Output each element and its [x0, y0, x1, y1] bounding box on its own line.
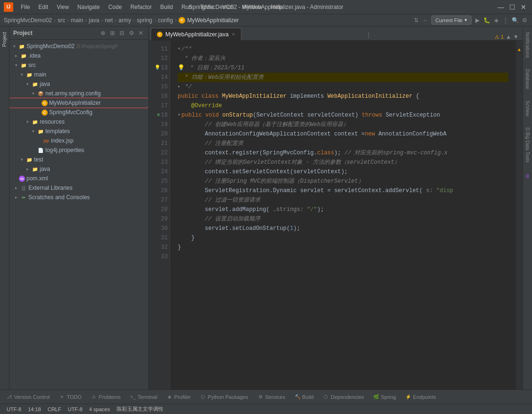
bottom-tab-spring[interactable]: 🌿 Spring	[369, 391, 401, 403]
code-text: }	[178, 243, 181, 252]
run-icon[interactable]: ▶	[473, 17, 481, 24]
breadcrumb-main[interactable]: main	[71, 17, 83, 24]
breadcrumb-current-file[interactable]: C MyWebAppInitializer	[179, 17, 239, 24]
menu-navigate[interactable]: Navigate	[74, 3, 103, 11]
tab-mywebapp[interactable]: C MyWebAppInitializer.java ✕	[151, 28, 241, 40]
close-button[interactable]: ✕	[519, 2, 528, 12]
tree-log4j[interactable]: ▸ 📄 log4j.properties	[9, 145, 148, 155]
bottom-tab-dependencies[interactable]: ⬡ Dependencies	[318, 391, 369, 403]
menu-edit[interactable]: Edit	[34, 3, 52, 11]
breadcrumb-spring[interactable]: spring	[137, 17, 152, 24]
more-run-icon[interactable]: ⋮	[502, 17, 509, 24]
code-editor[interactable]: ▾ /** * 作者：梁辰兴 💡 * 日期：2023/5/11 * 功能：Web…	[170, 41, 516, 389]
tree-ext-libs[interactable]: ▸ ||| External Libraries	[9, 183, 148, 193]
menu-code[interactable]: Code	[104, 3, 126, 11]
fold-11[interactable]: ▾	[178, 44, 180, 54]
vcs-icon[interactable]: ⇅	[412, 17, 420, 24]
bottom-tab-services[interactable]: ⚙ Services	[253, 391, 290, 403]
expand-icon[interactable]: ▼	[513, 34, 519, 40]
collapse-all-icon[interactable]: ⊟	[118, 29, 126, 37]
expand-arrow[interactable]: ▾	[25, 119, 30, 125]
expand-arrow[interactable]: ▾	[19, 72, 25, 77]
tab-close-button[interactable]: ✕	[232, 32, 235, 37]
breadcrumb-src[interactable]: src	[58, 17, 65, 24]
expand-arrow[interactable]: ▾	[19, 157, 25, 162]
coverage-icon[interactable]: ◈	[492, 17, 500, 24]
code-text: );	[334, 148, 344, 158]
project-tab-label[interactable]: Project	[1, 28, 8, 51]
bottom-tab-todo[interactable]: ≡ TODO	[54, 391, 86, 403]
debug-icon[interactable]: 🐛	[483, 17, 490, 24]
panel-close-icon[interactable]: ✕	[137, 29, 145, 37]
tree-test-java[interactable]: ▸ 📁 java	[9, 164, 148, 174]
code-line-15: ▸ */	[178, 82, 508, 92]
minimize-button[interactable]: —	[496, 2, 506, 12]
bottom-tab-vcs[interactable]: ⎇ Version Control	[2, 391, 54, 403]
status-spaces[interactable]: 4 spaces	[86, 404, 113, 414]
status-line-ending[interactable]: CRLF	[45, 404, 64, 414]
expand-arrow[interactable]: ▸	[13, 53, 19, 59]
tree-java[interactable]: ▾ 📁 java	[9, 79, 148, 89]
panel-settings-icon[interactable]: ⚙	[128, 29, 135, 37]
database-tab[interactable]: Database	[524, 65, 531, 93]
breadcrumb-config[interactable]: config	[158, 17, 173, 24]
menu-view[interactable]: View	[53, 3, 73, 11]
maven-tab[interactable]: m	[524, 170, 531, 182]
search-icon[interactable]: 🔍	[511, 17, 519, 24]
maximize-button[interactable]: ☐	[507, 2, 517, 12]
tree-test[interactable]: ▾ 📁 test	[9, 155, 148, 164]
scview-tab[interactable]: ScView	[524, 97, 531, 120]
editor-toolbar[interactable]: ⇅ ← Current File ▾ ▶ 🐛 ◈ ⋮ 🔍 ⚙	[412, 16, 528, 25]
code-text: ServletException	[386, 110, 440, 120]
project-panel: Project ⊕ ⊞ ⊟ ⚙ ✕ ▾ 📁 SpringMvcDemo02 D:…	[9, 26, 149, 389]
tree-src[interactable]: ▾ 📁 src	[9, 60, 148, 70]
expand-arrow[interactable]: ▸	[25, 166, 30, 172]
menu-file[interactable]: File	[17, 3, 34, 11]
breadcrumb-java[interactable]: java	[89, 17, 99, 24]
expand-arrow[interactable]: ▾	[30, 128, 36, 134]
window-controls[interactable]: — ☐ ✕	[496, 2, 528, 12]
tree-root[interactable]: ▾ 📁 SpringMvcDemo02 D:\Projects\SpringP	[9, 42, 148, 51]
tree-idea[interactable]: ▸ 📁 .idea	[9, 51, 148, 60]
expand-arrow[interactable]: ▾	[11, 43, 17, 49]
notifications-tab[interactable]: Notifications	[524, 28, 531, 61]
fold-icon[interactable]: ▲	[506, 34, 511, 40]
expand-arrow[interactable]: ▸	[13, 185, 19, 191]
scroll-to-source-icon[interactable]: ⊞	[109, 29, 116, 37]
bottom-tab-endpoints[interactable]: ⚡ Endpoints	[401, 391, 441, 403]
tree-mywebapp[interactable]: ▸ C MyWebAppInitializer	[9, 98, 148, 108]
bottom-tab-terminal[interactable]: >_ Terminal	[125, 391, 162, 403]
back-icon[interactable]: ←	[422, 17, 429, 24]
bottom-tab-problems[interactable]: ⚠ Problems	[86, 391, 125, 403]
tree-springmvcconfig[interactable]: ▸ C SpringMvcConfig	[9, 108, 148, 117]
status-line-col[interactable]: 14:18	[25, 404, 44, 414]
fold-18[interactable]: ▾	[178, 110, 180, 120]
bottom-tab-python-packages[interactable]: ⬡ Python Packages	[196, 391, 253, 403]
menu-refactor[interactable]: Refactor	[127, 3, 155, 11]
expand-arrow[interactable]: ▾	[13, 62, 19, 68]
settings-icon[interactable]: ⚙	[521, 17, 528, 24]
breadcrumb-net[interactable]: net	[105, 17, 113, 24]
breadcrumb-army[interactable]: army	[119, 17, 131, 24]
tabs-overflow[interactable]: ⋮	[364, 30, 373, 40]
breadcrumb-project[interactable]: SpringMvcDemo02	[4, 17, 52, 24]
current-file-dropdown[interactable]: Current File ▾	[431, 16, 472, 25]
tree-pom[interactable]: ▸ m pom.xml	[9, 174, 148, 183]
fold-15[interactable]: ▸	[178, 82, 180, 92]
tree-scratches[interactable]: ▸ ✏ Scratches and Consoles	[9, 193, 148, 202]
tree-resources[interactable]: ▾ 📁 resources	[9, 117, 148, 127]
status-encoding-full[interactable]: UTF-8	[65, 404, 85, 414]
tree-package[interactable]: ▾ 📦 net.army.spring.config	[9, 89, 148, 98]
status-encoding[interactable]: UTF-8	[4, 404, 24, 414]
bottom-tab-profiler[interactable]: ◈ Profiler	[162, 391, 196, 403]
add-icon[interactable]: ⊕	[99, 29, 107, 37]
tree-main[interactable]: ▾ 📁 main	[9, 70, 148, 79]
bottom-tab-build[interactable]: 🔨 Build	[290, 391, 318, 403]
expand-arrow[interactable]: ▾	[25, 81, 30, 87]
tree-indexjsp[interactable]: ▸ jsp index.jsp	[9, 136, 148, 145]
expand-arrow[interactable]: ▾	[30, 91, 36, 96]
bigdata-tab[interactable]: D Big Data Tools	[524, 124, 531, 166]
expand-arrow[interactable]: ▸	[13, 194, 19, 200]
tree-templates[interactable]: ▾ 📁 templates	[9, 127, 148, 136]
menu-build[interactable]: Build	[156, 3, 177, 11]
